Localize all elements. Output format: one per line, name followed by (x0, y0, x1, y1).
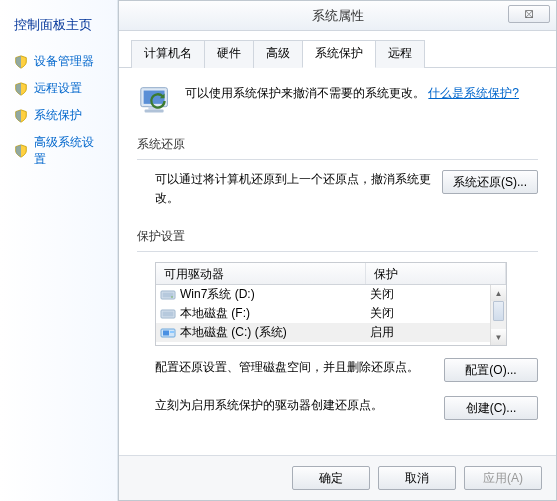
monitor-restore-icon (137, 82, 175, 120)
system-drive-icon (160, 327, 176, 339)
intro-message: 可以使用系统保护来撤消不需要的系统更改。 (185, 86, 425, 100)
sidebar-item-label: 远程设置 (34, 80, 82, 97)
hard-drive-icon (160, 308, 176, 320)
configure-description: 配置还原设置、管理磁盘空间，并且删除还原点。 (155, 358, 434, 376)
sidebar-item-label: 高级系统设置 (34, 134, 103, 168)
divider (137, 159, 538, 160)
tab-computer-name[interactable]: 计算机名 (131, 40, 205, 68)
control-panel-sidebar: 控制面板主页 设备管理器 远程设置 系统保护 高级系统设置 (0, 0, 118, 501)
drive-name: 本地磁盘 (C:) (系统) (180, 324, 370, 341)
system-properties-dialog: 系统属性 ⛝ 计算机名 硬件 高级 系统保护 远程 可以使用系 (118, 0, 557, 501)
hard-drive-icon (160, 289, 176, 301)
sidebar-item-label: 系统保护 (34, 107, 82, 124)
table-row[interactable]: Win7系统 (D:) 关闭 (156, 285, 506, 304)
sidebar-item-remote-settings[interactable]: 远程设置 (0, 75, 117, 102)
drives-table-header: 可用驱动器 保护 (156, 263, 506, 285)
shield-icon (14, 144, 28, 158)
close-button[interactable]: ⛝ (508, 5, 550, 23)
sidebar-item-label: 设备管理器 (34, 53, 94, 70)
column-header-drive[interactable]: 可用驱动器 (156, 263, 366, 284)
column-header-protection[interactable]: 保护 (366, 263, 506, 284)
configure-button[interactable]: 配置(O)... (444, 358, 538, 382)
shield-icon (14, 55, 28, 69)
drive-status: 关闭 (370, 286, 394, 303)
hard-drive-icon (160, 346, 176, 347)
create-row: 立刻为启用系统保护的驱动器创建还原点。 创建(C)... (137, 396, 538, 420)
system-restore-button[interactable]: 系统还原(S)... (442, 170, 538, 194)
table-row[interactable]: 本地磁盘 (E:) 关闭 (156, 342, 506, 346)
intro-text: 可以使用系统保护来撤消不需要的系统更改。 什么是系统保护? (185, 82, 538, 102)
svg-rect-10 (163, 330, 169, 335)
intro-row: 可以使用系统保护来撤消不需要的系统更改。 什么是系统保护? (137, 82, 538, 120)
drives-table-body: Win7系统 (D:) 关闭 本地磁盘 (F:) 关闭 本地磁盘 (C:) (系… (156, 285, 506, 346)
shield-icon (14, 109, 28, 123)
scroll-thumb[interactable] (493, 301, 504, 321)
close-icon: ⛝ (524, 8, 535, 20)
create-description: 立刻为启用系统保护的驱动器创建还原点。 (155, 396, 434, 414)
vertical-scrollbar[interactable]: ▲ ▼ (490, 285, 506, 345)
scroll-down-button[interactable]: ▼ (491, 329, 506, 345)
create-button[interactable]: 创建(C)... (444, 396, 538, 420)
tab-remote[interactable]: 远程 (375, 40, 425, 68)
dialog-title: 系统属性 (312, 7, 364, 25)
drive-status: 关闭 (370, 305, 394, 322)
drive-status: 启用 (370, 324, 394, 341)
ok-button[interactable]: 确定 (292, 466, 370, 490)
sidebar-title: 控制面板主页 (0, 16, 117, 48)
cancel-button[interactable]: 取消 (378, 466, 456, 490)
configure-row: 配置还原设置、管理磁盘空间，并且删除还原点。 配置(O)... (137, 358, 538, 382)
svg-point-6 (171, 296, 173, 298)
table-row[interactable]: 本地磁盘 (F:) 关闭 (156, 304, 506, 323)
divider (137, 251, 538, 252)
drive-name: 本地磁盘 (E:) (180, 343, 370, 346)
system-restore-row: 可以通过将计算机还原到上一个还原点，撤消系统更改。 系统还原(S)... (137, 170, 538, 208)
protection-settings-group-title: 保护设置 (137, 228, 538, 245)
drive-name: 本地磁盘 (F:) (180, 305, 370, 322)
table-row[interactable]: 本地磁盘 (C:) (系统) 启用 (156, 323, 506, 342)
drive-name: Win7系统 (D:) (180, 286, 370, 303)
dialog-titlebar: 系统属性 ⛝ (119, 1, 556, 31)
svg-rect-8 (163, 311, 174, 316)
system-restore-group-title: 系统还原 (137, 136, 538, 153)
drives-table[interactable]: 可用驱动器 保护 Win7系统 (D:) 关闭 本地磁盘 (F:) 关闭 本地磁… (155, 262, 507, 346)
sidebar-item-system-protection[interactable]: 系统保护 (0, 102, 117, 129)
what-is-system-protection-link[interactable]: 什么是系统保护? (428, 86, 519, 100)
shield-icon (14, 82, 28, 96)
tab-content: 可以使用系统保护来撤消不需要的系统更改。 什么是系统保护? 系统还原 可以通过将… (119, 68, 556, 455)
system-restore-description: 可以通过将计算机还原到上一个还原点，撤消系统更改。 (155, 170, 432, 208)
tab-system-protection[interactable]: 系统保护 (302, 40, 376, 68)
sidebar-item-advanced-settings[interactable]: 高级系统设置 (0, 129, 117, 173)
sidebar-item-device-manager[interactable]: 设备管理器 (0, 48, 117, 75)
svg-rect-3 (145, 110, 164, 113)
tabs: 计算机名 硬件 高级 系统保护 远程 (119, 31, 556, 68)
apply-button[interactable]: 应用(A) (464, 466, 542, 490)
tab-hardware[interactable]: 硬件 (204, 40, 254, 68)
tab-advanced[interactable]: 高级 (253, 40, 303, 68)
svg-rect-11 (170, 331, 174, 333)
drive-status: 关闭 (370, 343, 394, 346)
dialog-footer: 确定 取消 应用(A) (119, 455, 556, 500)
scroll-up-button[interactable]: ▲ (491, 285, 506, 301)
